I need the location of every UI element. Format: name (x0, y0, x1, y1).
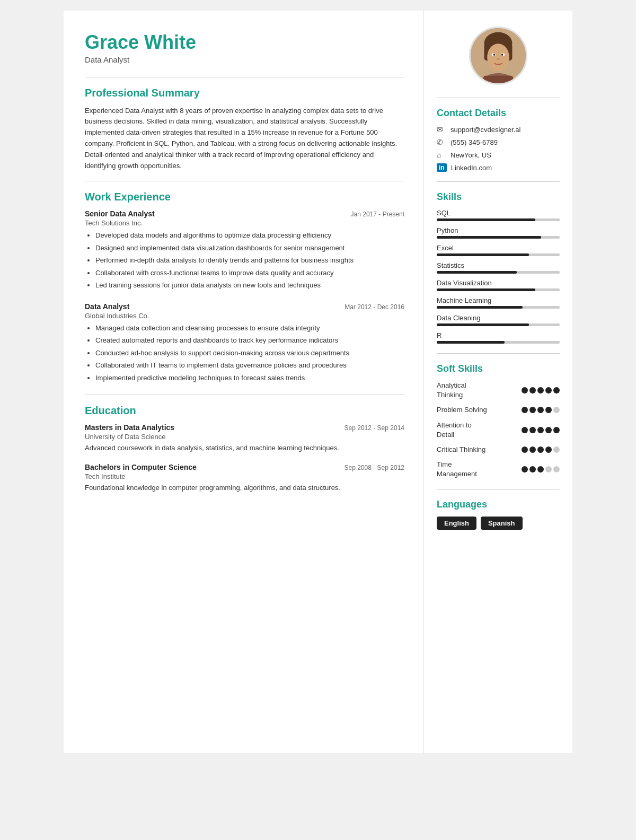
dot (537, 407, 544, 413)
location-icon: ⌂ (437, 151, 446, 159)
edu-degree-1: Masters in Data Analytics (85, 423, 174, 432)
dot (553, 387, 560, 393)
left-column: Grace White Data Analyst Professional Su… (64, 11, 424, 753)
contact-phone-text: (555) 345-6789 (450, 138, 498, 146)
contact-title: Contact Details (437, 108, 560, 119)
edu-dates-2: Sep 2008 - Sep 2012 (344, 464, 404, 471)
dot (545, 447, 552, 453)
soft-skills-title: Soft Skills (437, 363, 560, 374)
skill-sql: SQL (437, 209, 560, 221)
skill-fill-python (437, 236, 541, 239)
work-company-1: Tech Solutions Inc. (85, 219, 404, 227)
soft-skill-problem-solving: Problem Solving (437, 405, 560, 415)
dot (553, 447, 560, 453)
bullet: Managed data collection and cleansing pr… (95, 323, 404, 334)
edu-desc-1: Advanced coursework in data analysis, st… (85, 443, 404, 453)
skill-name-dataviz: Data Visualization (437, 279, 560, 287)
languages-section: Languages English Spanish (437, 499, 560, 530)
linkedin-icon: in (437, 163, 447, 172)
skill-ml: Machine Learning (437, 296, 560, 309)
divider-2 (85, 181, 404, 181)
contact-location-text: NewYork, US (450, 151, 491, 159)
avatar-container (437, 27, 560, 85)
candidate-title: Data Analyst (85, 55, 404, 64)
soft-skill-name-attention: Attention toDetail (437, 421, 522, 440)
edu-school-1: University of Data Science (85, 433, 404, 441)
skill-fill-statistics (437, 271, 517, 274)
edu-degree-2: Bachelors in Computer Science (85, 463, 197, 471)
bullet: Implemented predictive modeling techniqu… (95, 373, 404, 383)
skill-bar-ml (437, 306, 560, 309)
dot (522, 466, 528, 472)
skill-fill-ml (437, 306, 523, 309)
email-icon: ✉ (437, 125, 446, 134)
divider-right-4 (437, 489, 560, 489)
skill-r: R (437, 331, 560, 344)
contact-linkedin: in LinkedIn.com (437, 163, 560, 172)
svg-point-6 (493, 54, 496, 56)
work-bullets-2: Managed data collection and cleansing pr… (85, 323, 404, 383)
work-bullets-1: Developed data models and algorithms to … (85, 230, 404, 291)
edu-desc-2: Foundational knowledge in computer progr… (85, 483, 404, 493)
language-english: English (437, 517, 476, 530)
dot (522, 387, 528, 393)
soft-skill-attention: Attention toDetail (437, 421, 560, 440)
dot (545, 466, 552, 472)
skill-fill-dataviz (437, 288, 535, 291)
skill-fill-datacleaning (437, 323, 529, 326)
svg-point-4 (487, 43, 509, 71)
soft-skill-time: TimeManagement (437, 460, 560, 479)
skills-title: Skills (437, 191, 560, 203)
contact-email: ✉ support@cvdesigner.ai (437, 125, 560, 134)
edu-header-2: Bachelors in Computer Science Sep 2008 -… (85, 463, 404, 471)
bullet: Created automated reports and dashboards… (95, 335, 404, 346)
contact-location: ⌂ NewYork, US (437, 151, 560, 159)
work-position-2: Data Analyst (85, 302, 129, 311)
edu-school-2: Tech Institute (85, 472, 404, 480)
dot (529, 427, 536, 433)
dot (522, 407, 528, 413)
skill-name-statistics: Statistics (437, 261, 560, 269)
divider-right-2 (437, 181, 560, 182)
skill-bar-sql (437, 218, 560, 221)
dot (537, 387, 544, 393)
skill-statistics: Statistics (437, 261, 560, 274)
work-experience-section: Work Experience Senior Data Analyst Jan … (85, 191, 404, 383)
edu-dates-1: Sep 2012 - Sep 2014 (344, 424, 404, 432)
edu-entry-1: Masters in Data Analytics Sep 2012 - Sep… (85, 423, 404, 453)
header-section: Grace White Data Analyst (85, 32, 404, 64)
work-dates-2: Mar 2012 - Dec 2016 (344, 303, 404, 311)
dot (537, 447, 544, 453)
skill-python: Python (437, 226, 560, 239)
skill-bar-statistics (437, 271, 560, 274)
avatar (469, 27, 527, 85)
bullet: Collaborated with IT teams to implement … (95, 360, 404, 371)
dot (522, 447, 528, 453)
skill-name-python: Python (437, 226, 560, 234)
dot (522, 427, 528, 433)
divider-right-3 (437, 353, 560, 354)
soft-skills-section: Soft Skills AnalyticalThinking Problem S… (437, 363, 560, 479)
bullet: Developed data models and algorithms to … (95, 230, 404, 241)
bullet: Led training sessions for junior data an… (95, 280, 404, 291)
edu-header-1: Masters in Data Analytics Sep 2012 - Sep… (85, 423, 404, 432)
summary-section: Professional Summary Experienced Data An… (85, 87, 404, 172)
dot (537, 466, 544, 472)
contact-phone: ✆ (555) 345-6789 (437, 138, 560, 146)
bullet: Designed and implemented data visualizat… (95, 243, 404, 253)
skill-bar-datacleaning (437, 323, 560, 326)
skill-fill-excel (437, 253, 529, 256)
skill-excel: Excel (437, 244, 560, 256)
dot (545, 407, 552, 413)
dots-analytical (522, 387, 560, 393)
contact-email-text: support@cvdesigner.ai (450, 126, 520, 134)
skill-fill-r (437, 341, 505, 344)
dot (529, 387, 536, 393)
svg-point-9 (497, 58, 500, 60)
work-company-2: Global Industries Co. (85, 312, 404, 320)
summary-text: Experienced Data Analyst with 8 years of… (85, 106, 404, 172)
contact-section: Contact Details ✉ support@cvdesigner.ai … (437, 108, 560, 172)
contact-linkedin-text: LinkedIn.com (451, 164, 492, 172)
dots-problem-solving (522, 407, 560, 413)
divider-3 (85, 395, 404, 395)
